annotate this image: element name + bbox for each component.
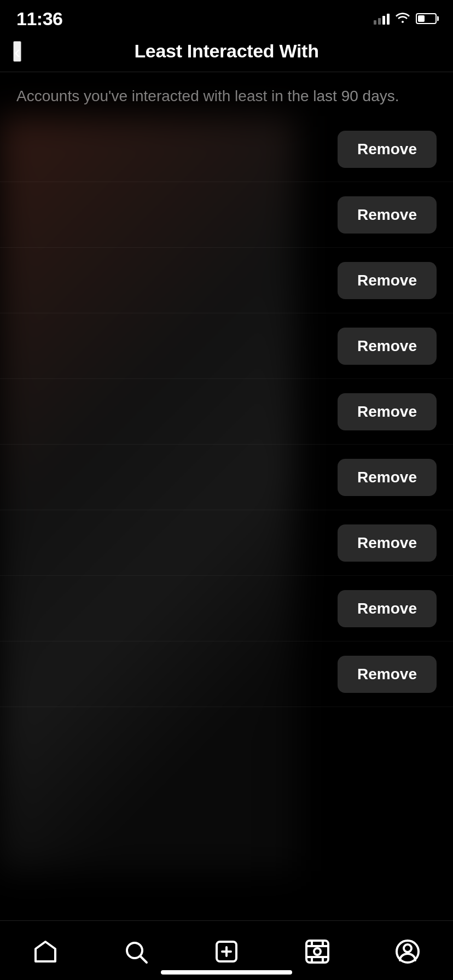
svg-rect-5 — [306, 941, 328, 962]
remove-button-8[interactable]: Remove — [338, 590, 437, 627]
remove-button-2[interactable]: Remove — [338, 196, 437, 234]
account-row: Remove — [0, 313, 453, 379]
remove-button-9[interactable]: Remove — [338, 656, 437, 693]
account-row: Remove — [0, 576, 453, 641]
search-icon — [121, 937, 150, 966]
home-icon — [31, 937, 60, 966]
remove-button-1[interactable]: Remove — [338, 131, 437, 168]
nav-item-reels[interactable] — [292, 932, 342, 971]
remove-button-7[interactable]: Remove — [338, 524, 437, 562]
back-button[interactable]: ‹ — [13, 41, 21, 62]
remove-button-4[interactable]: Remove — [338, 328, 437, 365]
remove-button-5[interactable]: Remove — [338, 393, 437, 430]
create-icon — [212, 937, 241, 966]
nav-item-home[interactable] — [20, 932, 71, 971]
wifi-icon — [395, 11, 410, 26]
signal-icon — [374, 13, 390, 25]
battery-icon — [416, 13, 437, 24]
account-row: Remove — [0, 379, 453, 445]
home-indicator — [161, 970, 292, 975]
status-icons — [374, 11, 437, 26]
nav-item-create[interactable] — [201, 932, 252, 971]
svg-line-1 — [141, 956, 147, 962]
page-title: Least Interacted With — [134, 40, 318, 62]
nav-item-search[interactable] — [111, 932, 161, 971]
remove-button-6[interactable]: Remove — [338, 459, 437, 496]
subtitle-text: Accounts you've interacted with least in… — [0, 72, 453, 116]
account-row: Remove — [0, 248, 453, 313]
account-row: Remove — [0, 116, 453, 182]
profile-icon — [393, 937, 422, 966]
svg-point-6 — [314, 948, 321, 955]
account-row: Remove — [0, 641, 453, 707]
accounts-list-area: RemoveRemoveRemoveRemoveRemoveRemoveRemo… — [0, 116, 453, 707]
status-time: 11:36 — [16, 8, 62, 30]
accounts-list: RemoveRemoveRemoveRemoveRemoveRemoveRemo… — [0, 116, 453, 707]
status-bar: 11:36 — [0, 0, 453, 30]
svg-point-14 — [404, 944, 411, 952]
account-row: Remove — [0, 445, 453, 510]
nav-item-profile[interactable] — [382, 932, 433, 971]
account-row: Remove — [0, 510, 453, 576]
remove-button-3[interactable]: Remove — [338, 262, 437, 299]
account-row: Remove — [0, 182, 453, 248]
nav-header: ‹ Least Interacted With — [0, 30, 453, 72]
reels-icon — [303, 937, 332, 966]
